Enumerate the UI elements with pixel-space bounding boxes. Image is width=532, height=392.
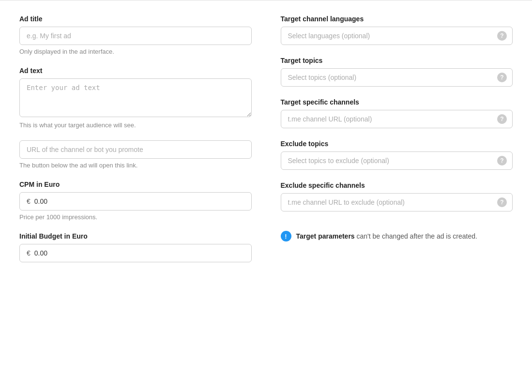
left-column: Ad title Only displayed in the ad interf… (19, 15, 252, 274)
page-wrapper: Ad title Only displayed in the ad interf… (0, 0, 532, 288)
budget-input[interactable] (34, 244, 244, 262)
cpm-input-wrapper: € (19, 192, 252, 211)
cpm-label: CPM in Euro (19, 181, 252, 188)
ad-text-label: Ad text (19, 67, 252, 75)
url-input[interactable] (19, 140, 252, 159)
budget-input-wrapper: € (19, 244, 252, 262)
specific-channels-group: Target specific channels ? (281, 98, 513, 128)
specific-channels-label: Target specific channels (281, 98, 513, 106)
ad-text-hint: This is what your target audience will s… (19, 121, 252, 129)
right-column: Target channel languages ? Target topics… (281, 15, 513, 274)
url-group: The button below the ad will open this l… (19, 140, 252, 169)
topics-input[interactable] (281, 68, 513, 87)
topics-help-icon[interactable]: ? (497, 73, 507, 82)
target-params-notice: ! Target parameters can't be changed aft… (281, 231, 513, 241)
exclude-topics-input-wrapper: ? (281, 151, 513, 170)
exclude-topics-label: Exclude topics (281, 140, 513, 148)
exclude-channels-label: Exclude specific channels (281, 181, 513, 189)
notice-regular-text: can't be changed after the ad is created… (357, 232, 477, 240)
budget-group: Initial Budget in Euro € (19, 232, 252, 262)
exclude-topics-group: Exclude topics ? (281, 140, 513, 170)
exclude-channels-group: Exclude specific channels ? (281, 181, 513, 211)
cpm-group: CPM in Euro € Price per 1000 impressions… (19, 181, 252, 221)
exclude-channels-help-icon[interactable]: ? (497, 197, 507, 207)
notice-text: Target parameters can't be changed after… (296, 232, 477, 240)
languages-help-icon[interactable]: ? (497, 31, 507, 41)
ad-title-hint: Only displayed in the ad interface. (19, 48, 252, 55)
exclude-channels-input-wrapper: ? (281, 193, 513, 211)
languages-label: Target channel languages (281, 15, 513, 23)
info-icon: ! (281, 231, 291, 241)
exclude-topics-help-icon[interactable]: ? (497, 156, 507, 166)
budget-label: Initial Budget in Euro (19, 232, 252, 240)
cpm-euro-symbol: € (27, 197, 30, 205)
ad-text-group: Ad text This is what your target audienc… (19, 67, 252, 129)
ad-text-input[interactable] (19, 78, 252, 117)
exclude-channels-input[interactable] (281, 193, 513, 211)
form-grid: Ad title Only displayed in the ad interf… (19, 15, 513, 274)
budget-euro-symbol: € (27, 249, 30, 257)
notice-bold-text: Target parameters (296, 232, 355, 240)
specific-channels-input-wrapper: ? (281, 110, 513, 128)
ad-title-label: Ad title (19, 15, 252, 23)
ad-title-input[interactable] (19, 27, 252, 45)
url-hint: The button below the ad will open this l… (19, 162, 252, 169)
specific-channels-input[interactable] (281, 110, 513, 128)
topics-input-wrapper: ? (281, 68, 513, 87)
cpm-input[interactable] (34, 193, 244, 210)
languages-input-wrapper: ? (281, 27, 513, 45)
ad-title-group: Ad title Only displayed in the ad interf… (19, 15, 252, 55)
specific-channels-help-icon[interactable]: ? (497, 114, 507, 124)
topics-label: Target topics (281, 57, 513, 64)
languages-input[interactable] (281, 27, 513, 45)
languages-group: Target channel languages ? (281, 15, 513, 45)
topics-group: Target topics ? (281, 57, 513, 87)
cpm-hint: Price per 1000 impressions. (19, 213, 252, 221)
exclude-topics-input[interactable] (281, 151, 513, 170)
